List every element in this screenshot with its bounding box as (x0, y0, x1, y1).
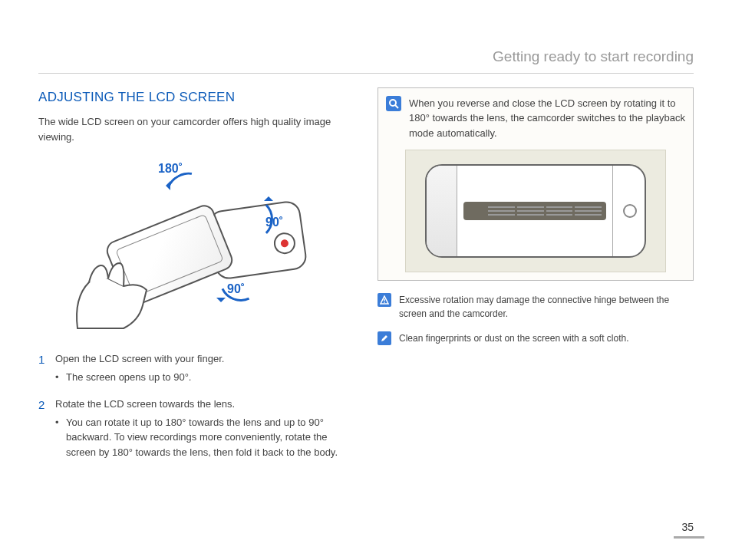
camcorder-grip-drawing (427, 166, 457, 256)
warning-note: Excessive rotation may damage the connec… (378, 293, 694, 321)
bullet-item: You can rotate it up to 180° towards the… (55, 415, 354, 460)
two-column-layout: ADJUSTING THE LCD SCREEN The wide LCD sc… (38, 87, 694, 473)
step-bullets: The screen opens up to 90°. (55, 370, 354, 385)
step-text: Open the LCD screen with your finger. (55, 353, 224, 364)
step-bullets: You can rotate it up to 180° towards the… (55, 415, 354, 460)
thumbnail (517, 210, 544, 212)
section-title: ADJUSTING THE LCD SCREEN (38, 87, 354, 107)
thumbnail (575, 206, 602, 208)
info-header: When you reverse and close the LCD scree… (386, 96, 685, 141)
camcorder-rear-drawing (425, 164, 646, 258)
info-callout-box: When you reverse and close the LCD scree… (378, 87, 694, 282)
lcd-rotation-illustration: 180˚ 90˚ 90˚ (74, 160, 319, 328)
thumbnail-grid (488, 206, 602, 216)
arrowhead-icon (264, 192, 273, 201)
note-icon (378, 331, 391, 345)
step-item: 1 Open the LCD screen with your finger. … (38, 351, 354, 384)
magnify-icon (386, 96, 401, 111)
thumbnail (546, 214, 573, 216)
steps-list: 1 Open the LCD screen with your finger. … (38, 351, 354, 460)
divider-line (38, 73, 694, 74)
thumbnail (517, 214, 544, 216)
thumbnail (488, 206, 515, 208)
info-text: When you reverse and close the LCD scree… (409, 96, 685, 141)
power-button-icon (623, 204, 637, 218)
caution-icon (378, 293, 391, 307)
menu-bar-icons (468, 206, 485, 216)
step-text: Rotate the LCD screen towards the lens. (55, 398, 235, 410)
chapter-title: Getting ready to start recording (38, 46, 694, 68)
tip-text: Clean fingerprints or dust on the screen… (399, 331, 629, 345)
intro-paragraph: The wide LCD screen on your camcorder of… (38, 114, 354, 144)
arrowhead-icon (161, 181, 170, 190)
manual-page: Getting ready to start recording ADJUSTI… (0, 0, 732, 495)
camcorder-right-drawing (612, 166, 645, 256)
rotation-arrow-icon (231, 198, 273, 240)
playback-mode-illustration (405, 150, 666, 272)
thumbnail (575, 210, 602, 212)
arrowhead-icon (216, 298, 226, 307)
svg-point-0 (390, 100, 396, 106)
thumbnail (546, 206, 573, 208)
svg-line-1 (395, 105, 398, 108)
left-column: ADJUSTING THE LCD SCREEN The wide LCD sc… (38, 87, 354, 473)
warning-text: Excessive rotation may damage the connec… (399, 293, 694, 321)
step-number: 2 (38, 397, 45, 414)
step-number: 1 (38, 351, 45, 369)
svg-point-3 (384, 301, 385, 303)
thumbnail (575, 214, 602, 216)
page-number: 35 (681, 519, 694, 535)
playback-screen-drawing (463, 202, 606, 220)
bullet-item: The screen opens up to 90°. (55, 370, 354, 385)
thumbnail (488, 214, 515, 216)
step-item: 2 Rotate the LCD screen towards the lens… (38, 397, 354, 460)
thumbnail (488, 210, 515, 212)
thumbnail (546, 210, 573, 212)
record-button-icon (272, 231, 297, 255)
tip-note: Clean fingerprints or dust on the screen… (378, 331, 694, 345)
thumbnail (517, 206, 544, 208)
right-column: When you reverse and close the LCD scree… (378, 87, 694, 473)
hand-drawing (70, 244, 170, 336)
